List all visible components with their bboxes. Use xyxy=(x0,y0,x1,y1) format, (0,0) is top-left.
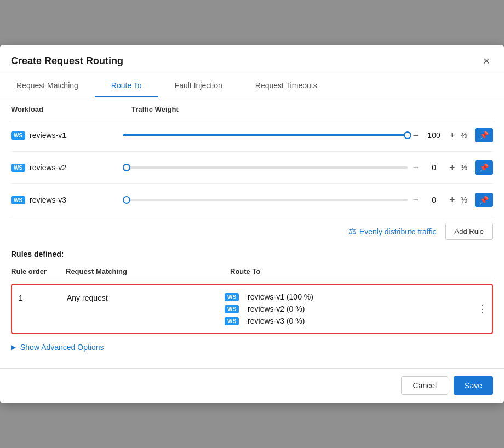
ws-badge-v1: WS xyxy=(11,131,25,140)
pin-btn-v2[interactable]: 📌 xyxy=(475,160,493,175)
advanced-options-label: Show Advanced Options xyxy=(20,343,104,352)
minus-btn-v1[interactable]: − xyxy=(412,130,420,140)
slider-section-v2: − 0 + % 📌 xyxy=(123,160,493,175)
cancel-button[interactable]: Cancel xyxy=(401,376,448,395)
route-item-1: WS reviews-v1 (100 %) xyxy=(225,292,470,301)
request-matching-header: Request Matching xyxy=(66,267,230,275)
tab-route-to[interactable]: Route To xyxy=(95,74,158,97)
route-badge-2: WS xyxy=(225,305,239,313)
route-item-3: WS reviews-v3 (0 %) xyxy=(225,317,470,325)
weight-value-v2: 0 xyxy=(424,163,444,172)
action-row: ⚖ Evenly distribute traffic Add Rule xyxy=(11,216,493,245)
evenly-distribute-label: Evenly distribute traffic xyxy=(359,227,437,236)
tab-request-timeouts[interactable]: Request Timeouts xyxy=(239,74,334,97)
workload-row-reviews-v1: WS reviews-v1 − 100 + % 📌 xyxy=(11,119,493,152)
tab-request-matching[interactable]: Request Matching xyxy=(0,74,95,97)
route-text-3: reviews-v3 (0 %) xyxy=(248,317,305,325)
rule-row-1: 1 Any request WS reviews-v1 (100 %) WS r… xyxy=(11,284,493,334)
pin-icon-v3: 📌 xyxy=(479,196,489,204)
route-to-header: Route To xyxy=(230,267,493,275)
advanced-options-row[interactable]: ▶ Show Advanced Options xyxy=(11,334,493,357)
rules-label: Rules defined: xyxy=(11,245,493,264)
route-item-2: WS reviews-v2 (0 %) xyxy=(225,305,470,313)
evenly-distribute-button[interactable]: ⚖ Evenly distribute traffic xyxy=(348,226,437,237)
pin-btn-v1[interactable]: 📌 xyxy=(475,128,493,142)
distribute-icon: ⚖ xyxy=(348,226,356,237)
route-text-1: reviews-v1 (100 %) xyxy=(248,292,313,301)
modal-footer: Cancel Save xyxy=(0,368,504,403)
slider-thumb-v2[interactable] xyxy=(123,164,130,171)
weight-value-v3: 0 xyxy=(424,196,444,204)
weight-value-v1: 100 xyxy=(424,131,444,140)
rule-more-button[interactable]: ⋮ xyxy=(478,303,488,315)
workload-name-v2: reviews-v2 xyxy=(30,163,123,172)
slider-track-v2[interactable] xyxy=(123,166,407,169)
chevron-right-icon: ▶ xyxy=(11,343,16,351)
modal-overlay: Create Request Routing × Request Matchin… xyxy=(0,0,504,448)
rule-route-val-1: WS reviews-v1 (100 %) WS reviews-v2 (0 %… xyxy=(225,292,470,325)
route-text-2: reviews-v2 (0 %) xyxy=(248,305,305,313)
ws-badge-v2: WS xyxy=(11,164,25,172)
slider-track-v1[interactable] xyxy=(123,134,407,136)
pin-btn-v3[interactable]: 📌 xyxy=(475,193,493,207)
tab-fault-injection[interactable]: Fault Injection xyxy=(158,74,239,97)
pin-icon-v1: 📌 xyxy=(479,131,489,140)
percent-v3: % xyxy=(461,196,467,204)
slider-section-v1: − 100 + % 📌 xyxy=(123,128,493,142)
table-header: Workload Traffic Weight xyxy=(11,97,493,119)
modal: Create Request Routing × Request Matchin… xyxy=(0,45,504,403)
workload-name-v3: reviews-v3 xyxy=(30,196,123,204)
slider-thumb-v3[interactable] xyxy=(123,196,130,204)
workload-row-reviews-v2: WS reviews-v2 − 0 + % 📌 xyxy=(11,152,493,184)
slider-track-v3[interactable] xyxy=(123,199,407,201)
percent-v2: % xyxy=(461,163,467,172)
modal-body: Workload Traffic Weight WS reviews-v1 − … xyxy=(0,97,504,368)
workload-row-reviews-v3: WS reviews-v3 − 0 + % 📌 xyxy=(11,184,493,216)
rule-order-header: Rule order xyxy=(11,267,66,275)
plus-btn-v1[interactable]: + xyxy=(448,130,456,140)
rules-table-header: Rule order Request Matching Route To xyxy=(11,264,493,279)
modal-title: Create Request Routing xyxy=(11,55,123,67)
save-button[interactable]: Save xyxy=(454,376,493,395)
ws-badge-v3: WS xyxy=(11,196,25,204)
rule-matching-val-1: Any request xyxy=(67,292,225,302)
minus-btn-v2[interactable]: − xyxy=(412,163,420,173)
minus-btn-v3[interactable]: − xyxy=(412,195,420,205)
route-badge-1: WS xyxy=(225,293,239,301)
close-button[interactable]: × xyxy=(480,54,493,67)
route-badge-3: WS xyxy=(225,317,239,325)
workload-name-v1: reviews-v1 xyxy=(30,131,123,140)
rule-order-val-1: 1 xyxy=(19,292,67,302)
slider-fill-v1 xyxy=(123,134,407,136)
pin-icon-v2: 📌 xyxy=(479,163,489,172)
plus-btn-v2[interactable]: + xyxy=(448,163,456,173)
workload-column-header: Workload xyxy=(11,105,131,113)
slider-section-v3: − 0 + % 📌 xyxy=(123,193,493,207)
add-rule-button[interactable]: Add Rule xyxy=(445,223,493,240)
tabs-container: Request Matching Route To Fault Injectio… xyxy=(0,74,504,97)
plus-btn-v3[interactable]: + xyxy=(448,195,456,205)
percent-v1: % xyxy=(461,131,467,140)
modal-header: Create Request Routing × xyxy=(0,45,504,74)
slider-thumb-v1[interactable] xyxy=(404,131,411,139)
weight-column-header: Traffic Weight xyxy=(131,105,493,113)
